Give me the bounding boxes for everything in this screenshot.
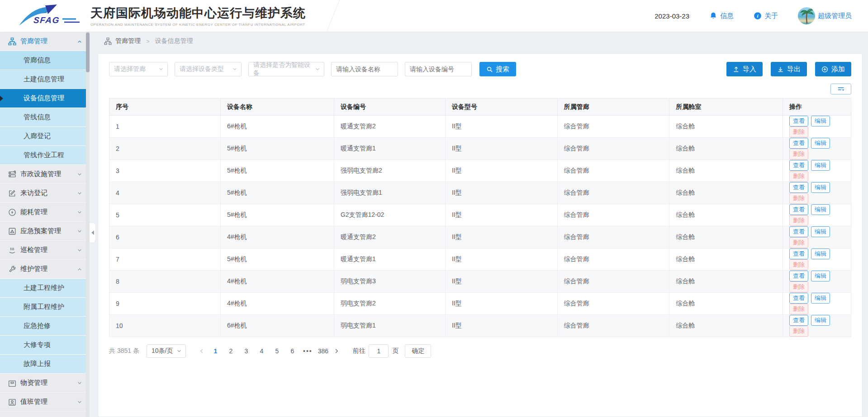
messages-button[interactable]: 信息 [709,12,734,20]
view-button[interactable]: 查看 [789,204,808,215]
page-number-button[interactable]: 4 [255,345,268,357]
sidebar-subitem[interactable]: 大修专项 [0,335,90,354]
edit-button[interactable]: 编辑 [811,182,830,193]
view-button[interactable]: 查看 [789,116,808,127]
delete-button[interactable]: 删除 [789,304,808,314]
view-button[interactable]: 查看 [789,182,808,193]
sidebar-subitem[interactable]: 管线信息 [0,108,90,127]
delete-button[interactable]: 删除 [789,326,808,337]
goto-page-input[interactable] [369,344,389,358]
edit-button[interactable]: 编辑 [811,293,830,304]
view-button[interactable]: 查看 [789,315,808,326]
prev-page-button[interactable] [196,345,208,357]
sidebar-item-parent[interactable]: 值班管理 [0,392,90,411]
corridor-select[interactable]: 请选择管廊 [109,62,168,76]
sidebar-item-parent[interactable]: 大中修及更新 [0,411,90,417]
sidebar-scrollbar-thumb[interactable] [86,33,90,72]
view-button[interactable]: 查看 [789,160,808,171]
table-cell: 综合管廊 [557,248,669,271]
view-button[interactable]: 查看 [789,248,808,259]
view-button[interactable]: 查看 [789,271,808,281]
table-row: 35#枪机强弱电支管廊2II型综合管廊综合舱查看编辑删除 [109,160,851,182]
sidebar-item-label: 管廊信息 [24,56,51,65]
sidebar-item-active-section[interactable]: 管廊管理 [0,32,90,51]
sfag-logo: SFAG [17,4,81,28]
page-number-button[interactable]: 386 [317,345,329,357]
page-number-button[interactable]: 2 [224,345,237,357]
delete-button[interactable]: 删除 [789,149,808,159]
view-button[interactable]: 查看 [789,138,808,149]
sidebar-subitem[interactable]: 管线作业工程 [0,145,90,164]
sidebar-item-parent[interactable]: 应急预案管理 [0,221,90,240]
sidebar-subitem[interactable]: 附属工程维护 [0,297,90,316]
add-button[interactable]: 添加 [815,62,851,76]
table-cell: 综合管廊 [557,160,669,182]
pagination-ellipsis[interactable]: ••• [301,345,314,357]
edit-button[interactable]: 编辑 [811,138,830,149]
table-cell: 1 [109,116,221,138]
table-cell: 暖通支管廊1 [334,138,445,160]
sidebar-scrollbar-track[interactable] [86,32,90,417]
device-type-select[interactable]: 请选择设备类型 [175,62,242,76]
column-settings-button[interactable] [830,84,851,94]
edit-button[interactable]: 编辑 [811,160,830,171]
device-name-input[interactable] [331,62,398,76]
chevron-down-icon [77,172,82,177]
edit-button[interactable]: 编辑 [811,271,830,281]
edit-button[interactable]: 编辑 [811,226,830,237]
delete-button[interactable]: 删除 [789,215,808,226]
export-button[interactable]: 导出 [771,62,807,76]
table-cell: II型 [445,138,557,160]
page-number-button[interactable]: 3 [240,345,252,357]
table-cell: 强弱电支管廊2 [334,160,445,182]
sidebar-item-parent[interactable]: 维护管理 [0,259,90,278]
sidebar-subitem[interactable]: 故障上报 [0,354,90,373]
sidebar-item-parent[interactable]: 市政设施管理 [0,164,90,183]
sidebar-item-parent[interactable]: 来访登记 [0,183,90,202]
about-button[interactable]: i 关于 [754,12,778,20]
row-actions-cell: 查看编辑删除 [783,182,851,204]
facility-icon [8,170,16,178]
sidebar-item-parent[interactable]: 巡检管理 [0,240,90,259]
next-page-button[interactable] [331,345,342,357]
delete-button[interactable]: 删除 [789,281,808,292]
delete-button[interactable]: 删除 [789,171,808,182]
table-cell: 暖通支管廊2 [334,116,445,138]
sidebar-item-label: 土建信息管理 [24,75,64,84]
page-numbers: 123456•••386 [208,345,331,357]
delete-button[interactable]: 删除 [789,259,808,270]
import-button[interactable]: 导入 [726,62,763,76]
page-number-button[interactable]: 5 [270,345,283,357]
sidebar-item-label: 土建工程维护 [24,284,64,292]
edit-button[interactable]: 编辑 [811,315,830,326]
sidebar-subitem-active[interactable]: 设备信息管理 [0,89,90,108]
user-menu[interactable]: 超级管理员 [798,7,852,24]
page-number-button[interactable]: 6 [286,345,299,357]
view-button[interactable]: 查看 [789,293,808,304]
device-code-input[interactable] [405,62,472,76]
sidebar-subitem[interactable]: 入廊登记 [0,127,90,145]
confirm-button[interactable]: 确定 [405,344,431,358]
page-size-select[interactable]: 10条/页 [147,344,186,358]
smart-device-select[interactable]: 请选择是否为智能设备 [248,62,324,76]
search-button[interactable]: 搜索 [479,62,516,76]
delete-button[interactable]: 删除 [789,193,808,204]
sidebar-subitem[interactable]: 管廊信息 [0,51,90,70]
breadcrumb-root[interactable]: 管廊管理 [115,37,141,45]
sidebar-subitem[interactable]: 应急抢修 [0,316,90,335]
sidebar-item-parent[interactable]: 能耗管理 [0,202,90,221]
view-button[interactable]: 查看 [789,226,808,237]
sidebar-collapse-handle[interactable] [90,222,96,243]
edit-button[interactable]: 编辑 [811,204,830,215]
delete-button[interactable]: 删除 [789,127,808,137]
table-cell: 5#枪机 [221,160,334,182]
edit-button[interactable]: 编辑 [811,116,830,127]
breadcrumb-separator: > [146,38,150,45]
edit-button[interactable]: 编辑 [811,248,830,259]
column-header: 设备型号 [445,98,557,116]
delete-button[interactable]: 删除 [789,237,808,248]
sidebar-subitem[interactable]: 土建信息管理 [0,70,90,89]
sidebar-item-parent[interactable]: 物资管理 [0,373,90,392]
page-number-button[interactable]: 1 [209,345,222,357]
sidebar-subitem[interactable]: 土建工程维护 [0,278,90,297]
